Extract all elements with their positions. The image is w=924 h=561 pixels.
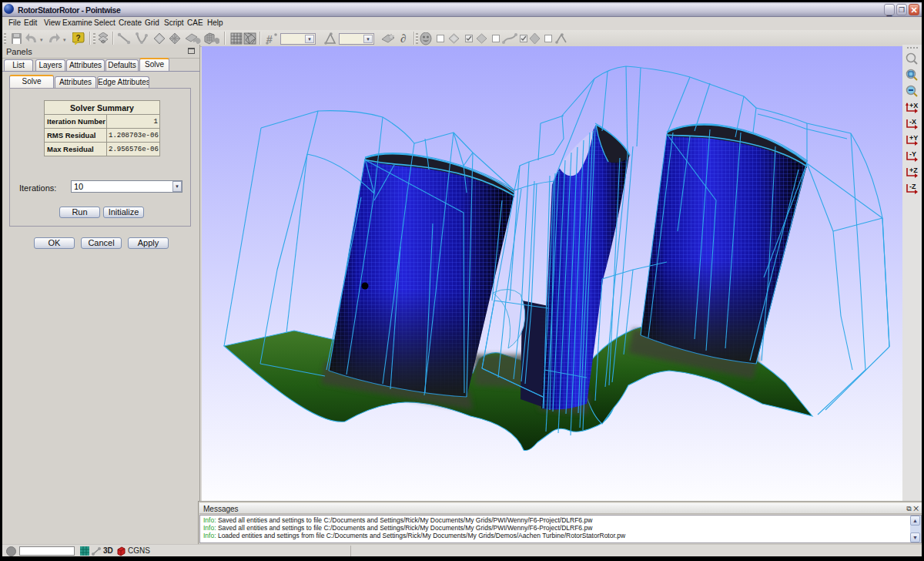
svg-text:+Y: +Y bbox=[909, 134, 918, 142]
svg-text:-X: -X bbox=[909, 118, 916, 126]
svg-text:+X: +X bbox=[909, 102, 918, 109]
svg-text:?: ? bbox=[75, 34, 80, 42]
svg-text:-Z: -Z bbox=[909, 183, 916, 190]
svg-text:-Y: -Y bbox=[909, 150, 916, 158]
svg-text:∂: ∂ bbox=[400, 32, 406, 45]
svg-text:+Z: +Z bbox=[909, 166, 918, 174]
